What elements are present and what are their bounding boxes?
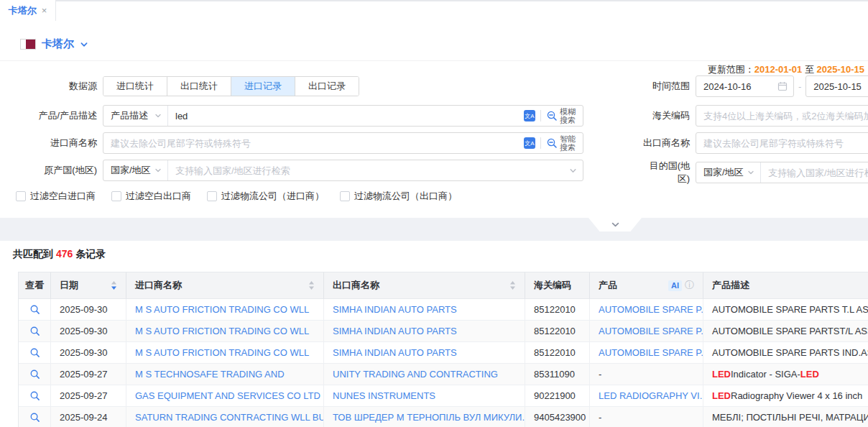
data-source-group: 进口统计出口统计进口记录出口记录 [103, 76, 359, 96]
view-record-button[interactable] [19, 407, 51, 427]
exporter-input[interactable] [696, 132, 868, 154]
product-link[interactable]: AUTOMOBILE SPARE P... [599, 347, 703, 358]
column-header-importer[interactable]: 进口商名称 [126, 272, 324, 299]
data-source-option-3[interactable]: 出口记录 [295, 77, 359, 96]
filter-checkbox-1[interactable]: 过滤空白出口商 [111, 190, 191, 203]
translate-icon[interactable]: 文A [524, 110, 535, 121]
cell-exporter: SIMHA INDIAN AUTO PARTS [324, 342, 525, 364]
importer-link[interactable]: GAS EQUIPMENT AND SERVICES CO LTD [135, 390, 320, 401]
tab-qatar[interactable]: 卡塔尔 × [0, 0, 56, 21]
product-type-select[interactable]: 产品描述 [103, 106, 168, 126]
exporter-link[interactable]: NUNES INSTRUMENTS [333, 390, 435, 401]
data-source-option-0[interactable]: 进口统计 [103, 77, 167, 96]
translate-icon[interactable]: 文A [524, 137, 535, 149]
desc-highlight: LED [800, 369, 819, 380]
cell-hs-code: 90221900 [525, 385, 590, 407]
sort-icon [509, 280, 516, 290]
importer-link[interactable]: SATURN TRADING CONTRACTING WLL BUI... [135, 412, 324, 423]
product-empty: - [599, 412, 601, 423]
date-to-value: 2025-10-15 [813, 81, 868, 92]
column-label: 产品描述 [712, 279, 868, 292]
tab-close-icon[interactable]: × [42, 6, 47, 15]
cell-hs-code: 85122010 [525, 299, 590, 321]
dest-country-label: 目的国(地区) [638, 160, 690, 185]
sort-control[interactable] [509, 280, 516, 290]
view-record-button[interactable] [19, 342, 51, 364]
exporter-link[interactable]: SIMHA INDIAN AUTO PARTS [333, 304, 457, 315]
importer-link[interactable]: M S AUTO FRICTION TRADING CO WLL [135, 347, 309, 358]
data-source-option-1[interactable]: 出口统计 [167, 77, 231, 96]
product-input[interactable] [168, 106, 524, 126]
sort-control[interactable] [111, 280, 117, 290]
dest-country-input[interactable] [761, 162, 868, 183]
importer-link[interactable]: M S AUTO FRICTION TRADING CO WLL [135, 326, 309, 336]
app-window: 卡塔尔 × 卡塔尔 更新范围：2012-01-01 至 2025-10-15 数… [0, 0, 868, 427]
country-title: 卡塔尔 [42, 37, 74, 51]
filter-checkbox-2[interactable]: 过滤物流公司（进口商） [207, 190, 324, 203]
data-source-option-2[interactable]: 进口记录 [231, 77, 295, 96]
product-search-box: 产品描述 文A 模糊搜索 [103, 105, 583, 127]
date-from-input[interactable]: 2024-10-16 [696, 75, 794, 97]
column-label: 产品 [599, 279, 665, 292]
importer-link[interactable]: M S TECHNOSAFE TRADING AND [135, 369, 285, 380]
checkbox-label: 过滤空白出口商 [126, 190, 191, 203]
view-record-button[interactable] [19, 364, 51, 385]
importer-input[interactable] [103, 133, 524, 153]
time-range-label: 时间范围 [638, 80, 690, 93]
result-count: 476 [56, 248, 73, 260]
cell-date: 2025-09-30 [51, 342, 126, 364]
cell-exporter: SIMHA INDIAN AUTO PARTS [324, 299, 525, 321]
date-from-value: 2024-10-16 [703, 81, 773, 92]
checkbox-icon[interactable] [16, 191, 26, 201]
view-record-button[interactable] [19, 385, 51, 407]
checkbox-icon[interactable] [207, 191, 217, 201]
column-header-exporter[interactable]: 出口商名称 [324, 272, 525, 299]
table-header: 查看日期进口商名称出口商名称海关编码产品AIⓘ产品描述 [19, 272, 868, 299]
table-row: 2025-09-30M S AUTO FRICTION TRADING CO W… [19, 342, 868, 364]
desc-highlight: LED [712, 369, 731, 380]
product-link[interactable]: AUTOMOBILE SPARE P... [599, 326, 703, 336]
fuzzy-search-toggle[interactable]: 模糊搜索 [546, 107, 583, 124]
table-row: 2025-09-30M S AUTO FRICTION TRADING CO W… [19, 321, 868, 342]
table-body: 2025-09-30M S AUTO FRICTION TRADING CO W… [19, 299, 868, 427]
date-to-input[interactable]: 2025-10-15 [805, 75, 868, 97]
checkbox-icon[interactable] [340, 191, 350, 201]
table-row: 2025-09-27GAS EQUIPMENT AND SERVICES CO … [19, 385, 868, 407]
importer-link[interactable]: M S AUTO FRICTION TRADING CO WLL [135, 304, 309, 315]
column-label: 进口商名称 [135, 279, 305, 292]
origin-country-input[interactable] [168, 160, 569, 180]
sort-control[interactable] [308, 280, 315, 290]
cell-product-desc: AUTOMOBILE SPARE PARTS T.L ASSY ... [703, 299, 868, 321]
chevron-down-icon [154, 167, 162, 174]
table-row: 2025-09-27M S TECHNOSAFE TRADING ANDUNIT… [19, 364, 868, 385]
exporter-link[interactable]: ТОВ ШРЕДЕР М ТЕРНОПІЛЬ ВУЛ МИКУЛИ... [333, 412, 525, 423]
chevron-down-icon[interactable] [80, 40, 88, 49]
filter-checkbox-0[interactable]: 过滤空白进口商 [16, 190, 96, 203]
update-range-to: 2025-10-15 [817, 64, 865, 75]
sort-icon [308, 280, 315, 290]
chevron-down-icon [154, 112, 162, 119]
hs-code-input[interactable] [696, 105, 868, 127]
magnifier-minus-icon [546, 137, 558, 149]
exporter-link[interactable]: SIMHA INDIAN AUTO PARTS [333, 326, 457, 336]
column-header-date[interactable]: 日期 [51, 272, 126, 299]
exporter-link[interactable]: SIMHA INDIAN AUTO PARTS [333, 347, 457, 358]
product-link[interactable]: LED RADIOGRAPHY VI... [599, 390, 703, 401]
magnifier-icon [29, 412, 40, 423]
exporter-link[interactable]: UNITY TRADING AND CONTRACTING [333, 369, 498, 380]
filter-checkbox-3[interactable]: 过滤物流公司（出口商） [340, 190, 457, 203]
smart-search-toggle[interactable]: 智能搜索 [546, 134, 583, 152]
calendar-icon [777, 81, 788, 91]
checkbox-label: 过滤物流公司（出口商） [354, 190, 457, 203]
view-record-button[interactable] [19, 321, 51, 342]
chevron-down-icon [611, 220, 620, 229]
dest-country-select[interactable]: 国家/地区 [696, 162, 761, 183]
info-icon[interactable]: ⓘ [685, 279, 694, 292]
checkbox-icon[interactable] [111, 191, 121, 201]
view-record-button[interactable] [19, 299, 51, 321]
product-link[interactable]: AUTOMOBILE SPARE P... [599, 304, 703, 315]
summary-prefix: 共匹配到 [13, 248, 53, 260]
origin-country-select[interactable]: 国家/地区 [103, 160, 168, 180]
cell-product: LED RADIOGRAPHY VI... [590, 385, 703, 407]
hs-code-label: 海关编码 [638, 109, 690, 122]
